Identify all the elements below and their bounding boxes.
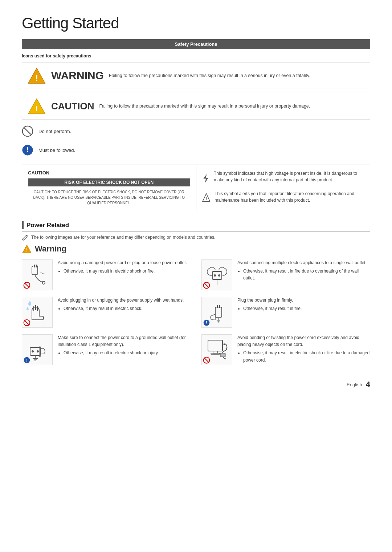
page-number: 4 xyxy=(366,380,370,389)
warning-item-3-img xyxy=(22,297,53,328)
warning-section-label: Warning xyxy=(35,244,66,254)
page-title: Getting Started xyxy=(22,15,370,32)
svg-rect-26 xyxy=(215,307,222,317)
warning-item-2: Avoid connecting multiple electric appli… xyxy=(201,259,370,290)
warning-item-4-img: ! xyxy=(201,297,232,328)
svg-point-31 xyxy=(37,350,39,352)
svg-rect-19 xyxy=(212,271,222,279)
important-lit-row: ! This symbol alerts you that important … xyxy=(202,190,364,205)
reference-note: The following images are for your refere… xyxy=(22,234,370,241)
svg-text:!: ! xyxy=(26,247,28,253)
warning-item-2-img xyxy=(201,259,232,290)
svg-text:!: ! xyxy=(26,146,29,153)
warning-item-1: Avoid using a damaged power cord or plug… xyxy=(22,259,191,290)
svg-point-30 xyxy=(32,350,34,352)
caution-left-panel: CAUTION RISK OF ELECTRIC SHOCK DO NOT OP… xyxy=(22,165,196,211)
lightning-icon xyxy=(202,170,210,187)
caution-description: Failing to follow the precautions marked… xyxy=(99,103,310,110)
warning-item-5: ! Make sure to connect the power cord to… xyxy=(22,334,191,365)
svg-rect-36 xyxy=(211,353,220,354)
do-not-icon xyxy=(22,125,33,137)
footer-language: English xyxy=(347,382,362,387)
svg-point-38 xyxy=(224,344,225,345)
svg-text:!: ! xyxy=(206,320,207,325)
must-follow-text: Must be followed. xyxy=(38,148,75,153)
warning-section-title: ! Warning xyxy=(22,244,370,254)
svg-rect-34 xyxy=(208,340,222,351)
svg-marker-8 xyxy=(203,174,208,183)
page-footer: English 4 xyxy=(22,380,370,389)
svg-line-18 xyxy=(25,283,29,287)
svg-line-25 xyxy=(25,321,29,325)
svg-point-20 xyxy=(214,274,216,277)
svg-line-5 xyxy=(24,128,31,134)
warning-item-6-img xyxy=(201,334,232,365)
warning-item-1-img xyxy=(22,259,53,290)
svg-point-21 xyxy=(218,274,220,277)
must-symbol-5: ! xyxy=(23,356,30,364)
caution-risk-band: RISK OF ELECTRIC SHOCK DO NOT OPEN xyxy=(28,178,190,186)
safety-header: Safety Precautions xyxy=(22,39,370,49)
no-symbol-1 xyxy=(23,282,30,289)
warning-triangle-icon: ! xyxy=(27,66,46,85)
power-section-title: Power Related xyxy=(26,222,69,229)
do-not-text: Do not perform. xyxy=(38,129,71,134)
svg-text:!: ! xyxy=(35,104,38,113)
warning-item-6-text: Avoid bending or twisting the power cord… xyxy=(237,334,370,364)
no-symbol-3 xyxy=(23,319,30,326)
svg-point-39 xyxy=(225,347,226,348)
warning-item-6: Avoid bending or twisting the power cord… xyxy=(201,334,370,365)
warning-label: WARNING xyxy=(51,69,104,82)
svg-point-16 xyxy=(42,281,45,284)
svg-text:!: ! xyxy=(26,358,28,362)
high-voltage-text: This symbol indicates that high voltage … xyxy=(214,170,364,183)
warning-item-5-img: ! xyxy=(22,334,53,365)
svg-text:!: ! xyxy=(35,73,38,82)
warning-row: ! WARNING Failing to follow the precauti… xyxy=(22,62,370,89)
must-symbol-4: ! xyxy=(203,319,210,326)
do-not-row: Do not perform. xyxy=(22,123,370,139)
warning-item-4: ! Plug the power plug in firmly. Otherwi… xyxy=(201,297,370,328)
caution-small-text: CAUTION: TO REDUCE THE RISK OF ELECTRIC … xyxy=(28,189,190,206)
svg-line-23 xyxy=(204,283,209,287)
must-follow-row: ! Must be followed. xyxy=(22,142,370,158)
caution-triangle-icon: ! xyxy=(27,97,46,116)
alert-triangle-icon: ! xyxy=(202,190,211,205)
svg-text:!: ! xyxy=(205,197,207,201)
power-related-header: Power Related xyxy=(22,221,370,232)
warning-items-grid: Avoid using a damaged power cord or plug… xyxy=(22,259,370,365)
caution-label: CAUTION xyxy=(51,101,94,112)
must-follow-icon: ! xyxy=(22,144,33,156)
svg-rect-14 xyxy=(34,265,35,267)
warning-section-triangle-icon: ! xyxy=(22,244,32,254)
warning-item-3-text: Avoid plugging in or unplugging the powe… xyxy=(58,297,191,313)
svg-line-41 xyxy=(204,358,209,362)
pencil-icon xyxy=(22,234,28,241)
caution-electric-section: CAUTION RISK OF ELECTRIC SHOCK DO NOT OP… xyxy=(22,165,370,211)
warning-item-5-text: Make sure to connect the power cord to a… xyxy=(58,334,191,358)
no-symbol-6 xyxy=(203,356,210,364)
warning-item-3: Avoid plugging in or unplugging the powe… xyxy=(22,297,191,328)
warning-item-1-text: Avoid using a damaged power cord or plug… xyxy=(58,259,191,275)
no-symbol-2 xyxy=(203,282,210,289)
svg-rect-15 xyxy=(36,265,37,267)
power-bar-accent xyxy=(22,221,24,229)
warning-description: Failing to follow the precautions marked… xyxy=(109,72,310,79)
reference-note-text: The following images are for your refere… xyxy=(31,235,215,240)
svg-rect-37 xyxy=(220,353,225,357)
caution-box-title: CAUTION xyxy=(28,170,190,176)
important-lit-text: This symbol alerts you that important li… xyxy=(215,190,364,204)
caution-row: ! CAUTION Failing to follow the precauti… xyxy=(22,93,370,120)
warning-item-4-text: Plug the power plug in firmly. Otherwise… xyxy=(237,297,370,313)
warning-item-2-text: Avoid connecting multiple electric appli… xyxy=(237,259,370,283)
high-voltage-row: This symbol indicates that high voltage … xyxy=(202,170,364,187)
icons-label: Icons used for safety precautions xyxy=(22,53,370,59)
caution-right-panel: This symbol indicates that high voltage … xyxy=(196,165,370,211)
